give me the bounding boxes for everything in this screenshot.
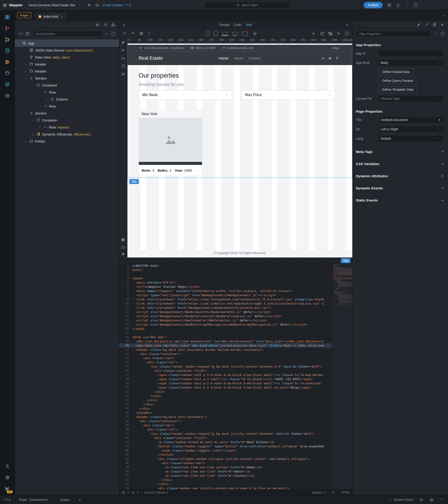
group-meta-tags[interactable]: Meta Tags+ [356,145,444,158]
magic-wand-icon[interactable] [424,22,429,27]
code-line[interactable]: 8 <script type="text/javascript" src="dm… [119,293,332,297]
group-css-variables[interactable]: CSS Variables+ [356,158,444,170]
quick-open-button[interactable]: Quick Open [204,2,290,8]
device-laptop-icon[interactable] [222,32,227,35]
keyboard-shortcuts-icon[interactable] [121,245,126,250]
code-line[interactable]: 43 <a class="navbar-brand me-auto ms-aut… [119,440,332,444]
twitter-icon[interactable] [328,56,332,60]
device-phone-icon[interactable] [206,31,209,36]
page-info-bar[interactable]: 1234 Street Name, City Name ☎ (800) 123-… [127,45,352,51]
code-line[interactable]: 4<head> [119,276,332,280]
code-line[interactable]: 17 [119,331,332,335]
data-bindings-icon[interactable] [432,22,437,27]
code-line[interactable]: 6 <title>Wappler Starter Page</title> [119,285,332,289]
tree-help-icon[interactable]: ? [111,32,115,36]
output-button[interactable]: Output [60,498,70,502]
device-desktop-icon[interactable] [242,32,248,36]
expander-icon[interactable]: › [24,111,28,115]
group-static-events[interactable]: Static Events+ [356,194,444,206]
app-structure-rail-icon[interactable] [4,14,11,20]
collapse-panel-icon[interactable]: ^ [440,498,444,502]
convert-to-select[interactable]: Choose Type ... › [378,95,444,102]
tree-item-data-view[interactable]: Data Viewdata_view1 [15,54,119,61]
update-download-icon[interactable] [95,3,99,7]
code-line[interactable]: 49 <a class="nav-item nav-link active" h… [119,465,332,469]
clipboard-icon[interactable] [121,64,126,69]
expander-icon[interactable]: › [31,84,35,87]
properties-help-icon[interactable]: ? [441,32,445,36]
indent-setting[interactable]: Spaces: 2 [312,491,325,494]
tree-more-icon[interactable]: ⋯ [104,32,109,36]
tree-item-row[interactable]: ›Row [15,103,119,110]
nav-link-home[interactable]: Home [219,56,228,60]
panel-layout-icon[interactable] [387,3,392,7]
help-icon[interactable]: ? [413,3,418,7]
ruler-tool-icon[interactable] [121,56,126,61]
move-tool-icon[interactable] [252,31,257,36]
code-line[interactable]: 52 </div> [119,478,332,482]
typography-icon[interactable]: TT [121,48,126,53]
code-minimap[interactable]: <!DOCTYPE html><html><head> <meta charse… [332,264,352,489]
pro-version-icon[interactable]: Pro [4,486,11,492]
code-line[interactable]: 36 </header> [119,411,332,415]
title-input[interactable]: Untitled Document [378,116,444,123]
workflows-icon[interactable] [4,36,11,42]
code-line[interactable]: 48 <div class="navbar-nav"> [119,461,332,465]
code-line[interactable]: 3 [119,272,332,276]
code-line[interactable]: 35 </div> [119,406,332,411]
code-line[interactable]: 29 <span class="navbar-text p-2 d-none d… [119,381,332,385]
define-global-data-button[interactable]: Define Global Data [378,68,413,75]
code-line[interactable]: 50 <a class="nav-item nav-link" href="#"… [119,469,332,473]
code-line[interactable]: 25 <nav class="navbar navbar-expand-lg b… [119,364,332,368]
code-line[interactable]: 54 <div class="navbar-nav justify-conten… [119,486,332,489]
code-line[interactable]: 22 <div class="container"> [119,352,332,356]
settings-gear-icon[interactable]: ⚙ [87,3,92,7]
expander-icon[interactable]: › [17,41,21,45]
page-heading[interactable]: Our properties [139,72,341,79]
facebook-icon[interactable] [335,56,339,60]
code-line[interactable]: 34 </div> [119,402,332,406]
nav-link-contact[interactable]: Contact [249,56,261,60]
expander-icon[interactable]: › [31,132,35,136]
code-line[interactable]: 47 <div class="collapse navbar-collapse … [119,457,332,461]
dynamic-attributes-add-icon[interactable]: + [441,174,444,179]
blocks-layers-icon[interactable] [4,81,11,87]
page-navbar[interactable]: Real Estate HomeAboutContact [127,51,352,65]
find-elements-input[interactable] [32,31,102,37]
outline-list-icon[interactable] [103,22,108,27]
ai-helper-icon[interactable] [95,22,100,27]
dir-select[interactable]: Left to Right › [378,126,444,133]
tab-design[interactable]: Design [219,23,230,27]
code-line[interactable]: 5 <meta charset="UTF-8"> [119,280,332,285]
static-events-add-icon[interactable]: + [441,198,444,203]
property-card[interactable]: New York Beds: 3 Baths: 2 Year: 2000 [139,110,202,176]
code-line[interactable]: 15 <script src="dmxAppConnect/dmxBootstr… [119,322,332,326]
code-line[interactable]: 10 <link rel="stylesheet" href="https://… [119,301,332,306]
expander-icon[interactable]: › [38,125,41,129]
properties-more-icon[interactable]: ⋯ [433,32,438,36]
max-price-select[interactable]: Max Price› [242,90,335,100]
code-line[interactable]: 14 <script src="dmxAppConnect/dmxFormatt… [119,318,332,322]
undo-icon[interactable]: ↶ [122,31,127,36]
code-line[interactable]: 2<html> [119,268,332,272]
redo-icon[interactable]: ↷ [131,31,135,36]
target-selector[interactable]: Target: Development › [19,498,53,502]
tab-code[interactable]: Code [234,23,241,27]
expander-icon[interactable]: › [31,118,35,122]
collapse-right-icon[interactable]: » [345,22,350,27]
collapse-left-icon[interactable]: « [122,22,127,27]
tree-item-header[interactable]: ›Header [15,61,119,68]
styles-sliders-icon[interactable] [4,59,11,65]
theme-droplet-icon[interactable] [396,3,400,7]
code-line[interactable]: 44 <button class="navbar-toggler" type="… [119,444,332,448]
page-footer[interactable]: © Copyright 2018. All Rights Reserved. [127,250,352,256]
ai-assistant-icon[interactable] [4,92,11,98]
paw-icon[interactable] [321,56,325,60]
code-line[interactable]: 30 <span class="navbar-text p-2 d-none d… [119,385,332,390]
code-line[interactable]: 32 </nav> [119,394,332,398]
project-selector[interactable]: Demo Dynamic Real Estate Site › [26,2,84,8]
code-app-tag[interactable]: App [341,258,351,263]
tree-item-container[interactable]: ›Container [15,82,119,89]
dynamic-events-add-icon[interactable]: + [441,186,444,191]
screenshot-camera-icon[interactable] [139,31,144,36]
